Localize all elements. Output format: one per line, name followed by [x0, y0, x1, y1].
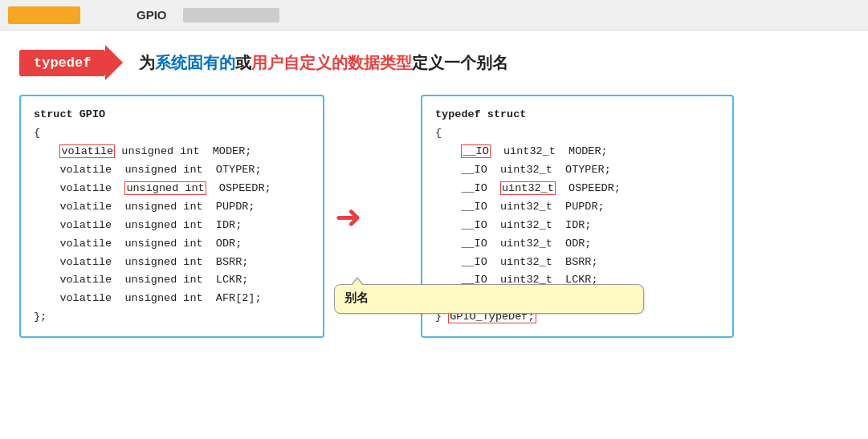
top-bar: GPIO	[0, 0, 868, 30]
right-line-2: __IO uint32_t OTYPER;	[435, 161, 719, 180]
uint32-highlight: uint32_t	[500, 181, 556, 195]
top-bar-title: GPIO	[137, 8, 167, 22]
top-bar-orange-block	[8, 6, 80, 24]
unsigned-int-highlight: unsigned int	[124, 181, 206, 195]
left-line-1: volatile unsigned int MODER;	[34, 143, 310, 161]
right-arrow-icon: ➜	[335, 201, 362, 233]
left-line-0: {	[34, 124, 310, 143]
right-line-5: __IO uint32_t IDR;	[435, 217, 719, 235]
left-line-3: volatile unsigned int OSPEEDR;	[34, 180, 310, 198]
typedef-desc-connector: 或	[235, 54, 251, 71]
alias-bubble: 别名	[334, 284, 644, 315]
io-highlight: __IO	[461, 144, 490, 158]
typedef-badge: typedef	[19, 50, 105, 76]
left-line-8: volatile unsigned int LCKR;	[34, 271, 310, 290]
typedef-desc-part1: 系统固有的	[155, 54, 235, 71]
volatile-highlight: volatile	[59, 144, 115, 158]
typedef-desc-prefix: 为	[139, 54, 155, 71]
typedef-description: 为系统固有的或用户自定义的数据类型定义一个别名	[139, 52, 508, 74]
code-area: struct GPIO { volatile unsigned int MODE…	[19, 95, 849, 338]
typedef-row: typedef 为系统固有的或用户自定义的数据类型定义一个别名	[19, 45, 849, 80]
left-line-10: };	[34, 308, 310, 327]
arrow-container: ➜	[324, 201, 373, 233]
right-line-0: {	[435, 124, 719, 143]
left-line-9: volatile unsigned int AFR[2];	[34, 290, 310, 308]
right-line-3: __IO uint32_t OSPEEDR;	[435, 180, 719, 198]
main-content: typedef 为系统固有的或用户自定义的数据类型定义一个别名 struct G…	[0, 30, 868, 346]
left-header: struct GPIO	[34, 106, 310, 124]
typedef-desc-part2: 用户自定义的数据类型	[251, 54, 412, 71]
left-line-7: volatile unsigned int BSRR;	[34, 254, 310, 272]
left-line-5: volatile unsigned int IDR;	[34, 217, 310, 235]
left-code-box: struct GPIO { volatile unsigned int MODE…	[19, 95, 324, 338]
left-line-6: volatile unsigned int ODR;	[34, 235, 310, 254]
alias-label: 别名	[344, 292, 369, 306]
left-line-2: volatile unsigned int OTYPER;	[34, 161, 310, 180]
typedef-arrow-shape	[105, 45, 123, 80]
right-line-7: __IO uint32_t BSRR;	[435, 254, 719, 272]
left-line-4: volatile unsigned int PUPDR;	[34, 198, 310, 217]
typedef-desc-suffix: 定义一个别名	[412, 54, 508, 71]
right-line-4: __IO uint32_t PUPDR;	[435, 198, 719, 217]
top-bar-gray-block	[183, 8, 279, 22]
right-code-box: typedef struct { __IO uint32_t MODER; __…	[421, 95, 734, 338]
right-line-6: __IO uint32_t ODR;	[435, 235, 719, 254]
right-header: typedef struct	[435, 106, 719, 124]
right-line-1: __IO uint32_t MODER;	[435, 143, 719, 161]
